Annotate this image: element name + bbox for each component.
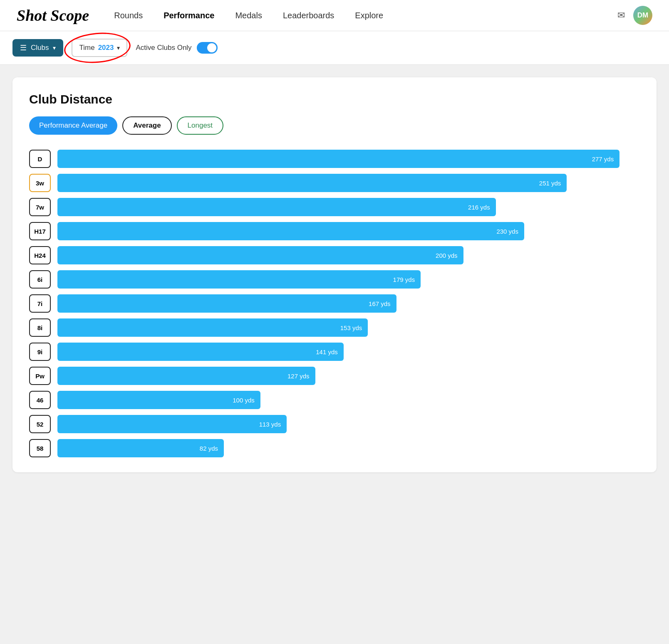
distance-bar: 251 yds	[57, 174, 567, 192]
club-badge: H17	[29, 222, 51, 240]
distance-label: 230 yds	[496, 228, 518, 235]
avatar[interactable]: DM	[633, 6, 652, 25]
club-badge: 7i	[29, 294, 51, 313]
distance-bar: 100 yds	[57, 391, 260, 409]
time-chevron-icon: ▾	[117, 44, 120, 51]
distance-label: 277 yds	[592, 155, 614, 163]
table-row: Pw127 yds	[29, 367, 640, 385]
bar-container: 179 yds	[57, 270, 640, 289]
card-title: Club Distance	[29, 92, 640, 106]
club-badge: 52	[29, 415, 51, 433]
distance-bar: 230 yds	[57, 222, 524, 240]
clubs-dropdown[interactable]: ☰ Clubs ▾	[12, 39, 63, 57]
distance-label: 200 yds	[436, 252, 458, 259]
club-badge: 9i	[29, 343, 51, 361]
bar-container: 167 yds	[57, 294, 640, 313]
table-row: 6i179 yds	[29, 270, 640, 289]
active-clubs-label: Active Clubs Only	[136, 44, 191, 52]
club-badge: 3w	[29, 174, 51, 192]
table-row: H24200 yds	[29, 246, 640, 264]
main-content: Club Distance Performance Average Averag…	[0, 65, 669, 485]
bar-container: 141 yds	[57, 343, 640, 361]
table-row: 7w216 yds	[29, 198, 640, 216]
average-button[interactable]: Average	[122, 116, 171, 135]
club-badge: 46	[29, 391, 51, 409]
distance-label: 82 yds	[200, 445, 218, 452]
club-badge: 7w	[29, 198, 51, 216]
nav-leaderboards[interactable]: Leaderboards	[283, 11, 334, 20]
mail-icon[interactable]: ✉	[617, 10, 625, 21]
distance-label: 127 yds	[287, 373, 310, 380]
bar-container: 113 yds	[57, 415, 640, 433]
distance-bar: 179 yds	[57, 270, 421, 289]
filter-bar: ☰ Clubs ▾ Time 2023 ▾ Active Clubs Only	[0, 31, 669, 65]
distance-bar: 153 yds	[57, 318, 368, 337]
nav-performance[interactable]: Performance	[164, 11, 214, 20]
distance-bar: 113 yds	[57, 415, 287, 433]
nav-rounds[interactable]: Rounds	[114, 11, 143, 20]
distance-label: 179 yds	[393, 276, 415, 283]
table-row: D277 yds	[29, 150, 640, 168]
club-badge: 6i	[29, 270, 51, 289]
performance-average-button[interactable]: Performance Average	[29, 116, 117, 135]
distance-label: 100 yds	[233, 397, 255, 404]
bar-container: 100 yds	[57, 391, 640, 409]
distance-bar: 127 yds	[57, 367, 315, 385]
distance-label: 216 yds	[468, 204, 490, 211]
table-row: 8i153 yds	[29, 318, 640, 337]
table-row: 52113 yds	[29, 415, 640, 433]
distance-label: 153 yds	[340, 324, 362, 331]
active-clubs-filter: Active Clubs Only	[136, 42, 217, 54]
table-row: 3w251 yds	[29, 174, 640, 192]
distance-label: 113 yds	[259, 421, 281, 428]
distance-bar: 167 yds	[57, 294, 396, 313]
table-row: 9i141 yds	[29, 343, 640, 361]
table-row: 5882 yds	[29, 439, 640, 457]
header-right: ✉ DM	[617, 6, 652, 25]
chevron-down-icon: ▾	[53, 44, 56, 51]
table-row: H17230 yds	[29, 222, 640, 240]
time-dropdown-wrapper: Time 2023 ▾	[72, 39, 127, 57]
time-label: Time	[79, 44, 94, 52]
distance-label: 141 yds	[316, 348, 338, 355]
distance-label: 251 yds	[539, 180, 561, 187]
nav-medals[interactable]: Medals	[235, 11, 262, 20]
table-row: 7i167 yds	[29, 294, 640, 313]
year-value: 2023	[98, 44, 114, 52]
bar-container: 216 yds	[57, 198, 640, 216]
nav-explore[interactable]: Explore	[355, 11, 383, 20]
distance-bar: 277 yds	[57, 150, 619, 168]
time-dropdown[interactable]: Time 2023 ▾	[72, 39, 127, 57]
club-badge: 8i	[29, 318, 51, 337]
club-distance-card: Club Distance Performance Average Averag…	[12, 77, 657, 472]
nav: Rounds Performance Medals Leaderboards E…	[114, 11, 617, 20]
distance-bar: 141 yds	[57, 343, 344, 361]
view-buttons: Performance Average Average Longest	[29, 116, 640, 135]
bar-container: 251 yds	[57, 174, 640, 192]
distance-bar: 216 yds	[57, 198, 496, 216]
club-badge: D	[29, 150, 51, 168]
active-clubs-toggle[interactable]	[197, 42, 218, 54]
club-badge: Pw	[29, 367, 51, 385]
longest-button[interactable]: Longest	[177, 116, 224, 135]
club-rows: D277 yds3w251 yds7w216 ydsH17230 ydsH242…	[29, 150, 640, 457]
table-row: 46100 yds	[29, 391, 640, 409]
bar-container: 82 yds	[57, 439, 640, 457]
hamburger-icon: ☰	[20, 43, 27, 52]
header: Shot Scope Rounds Performance Medals Lea…	[0, 0, 669, 31]
distance-label: 167 yds	[369, 300, 391, 307]
distance-bar: 200 yds	[57, 246, 463, 264]
club-badge: 58	[29, 439, 51, 457]
logo: Shot Scope	[17, 6, 89, 25]
club-badge: H24	[29, 246, 51, 264]
distance-bar: 82 yds	[57, 439, 224, 457]
bar-container: 200 yds	[57, 246, 640, 264]
clubs-label: Clubs	[31, 44, 49, 52]
bar-container: 230 yds	[57, 222, 640, 240]
bar-container: 277 yds	[57, 150, 640, 168]
bar-container: 153 yds	[57, 318, 640, 337]
bar-container: 127 yds	[57, 367, 640, 385]
